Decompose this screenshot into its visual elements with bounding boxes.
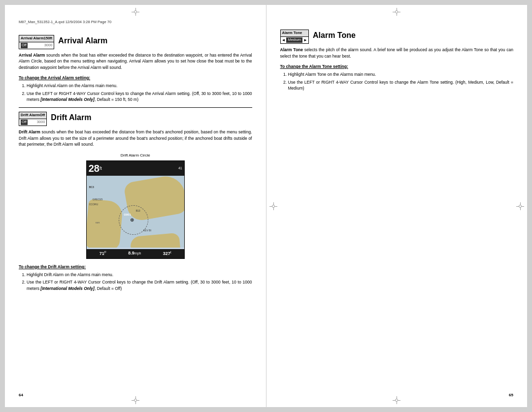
drift-alarm-off-label: Off: [21, 120, 28, 125]
crosshair-bottom-left: [132, 396, 139, 404]
drift-alarm-step-2: Use the LEFT or RIGHT 4-WAY Cursor Contr…: [27, 279, 252, 291]
drift-boat-icon: ⊕: [130, 217, 134, 224]
drift-alarm-instruction-heading: To change the Drift Alarm setting:: [19, 264, 252, 270]
drift-alarm-models-note: [International Models Only]: [40, 286, 95, 291]
drift-alarm-step-1: Highlight Drift Alarm on the Alarms main…: [27, 272, 252, 278]
crosshair-bottom-right: [393, 396, 400, 404]
alarm-tone-widget-bottom: ◄ Medium ►: [281, 37, 309, 44]
drift-alarm-widget-bottom: Off 3000: [19, 119, 46, 126]
alarm-tone-section-header: Alarm Tone ◄ Medium ► Alarm Tone: [280, 30, 514, 44]
alarm-tone-title: Alarm Tone: [313, 31, 356, 39]
alarm-tone-step-1: Highlight Alarm Tone on the Alarms main …: [288, 71, 514, 77]
drift-alarm-title-inline: Drift Alarm: [51, 112, 91, 123]
alarm-tone-steps: Highlight Alarm Tone on the Alarms main …: [288, 71, 514, 91]
arrival-alarm-body: Arrival Alarm sounds when the boat has e…: [19, 52, 252, 71]
arrival-alarm-step-1: Highlight Arrival Alarm on the Alarms ma…: [27, 83, 252, 89]
page-right: Alarm Tone ◄ Medium ► Alarm Tone Alarm T…: [266, 5, 528, 407]
crosshair-top-right: [393, 8, 400, 16]
page-left: M87_Man_531352-1_A.qxd 12/9/2004 3:28 PM…: [5, 5, 266, 407]
crosshair-left-mid: [269, 202, 277, 210]
arrival-alarm-widget-title: Arrival Alarm: [21, 36, 44, 41]
drift-diagram-image: 28 ft 41 BC3 GRECE5 CCOHU B13 rom: [86, 160, 185, 259]
arrival-alarm-bold-label: Arrival Alarm: [19, 53, 45, 58]
drift-diagram-big-num: 28: [89, 161, 100, 176]
alarm-tone-selected-value: Medium: [286, 37, 302, 43]
drift-alarm-body: Drift Alarm sounds when the boat has exc…: [19, 129, 252, 148]
alarm-tone-widget-title: Alarm Tone: [281, 30, 309, 37]
alarm-tone-arrow-left: ◄: [282, 37, 286, 43]
alarm-tone-widget: Alarm Tone ◄ Medium ►: [280, 30, 309, 44]
drift-alarm-bold-label: Drift Alarm: [19, 129, 40, 134]
arrival-alarm-steps: Highlight Arrival Alarm on the Alarms ma…: [27, 83, 252, 102]
drift-alarm-widget-title: Drift Alarm: [21, 113, 39, 118]
arrival-alarm-title: Arrival Alarm: [58, 36, 107, 45]
drift-diagram-top-bar: 28 ft 41: [87, 161, 184, 176]
arrival-alarm-section-header: Arrival Alarm 150ft Off 3000 Arrival Ala…: [19, 35, 252, 49]
page-number-right: 65: [509, 392, 513, 398]
drift-stat-heading: 327t: [163, 250, 171, 257]
crosshair-top-left: [132, 8, 139, 16]
drift-alarm-max-value: 3000: [37, 120, 45, 125]
arrival-alarm-max-value: 3000: [44, 43, 53, 48]
alarm-tone-arrow-right: ►: [303, 37, 307, 43]
arrival-alarm-step-2: Use the LEFT or RIGHT 4-WAY Cursor Contr…: [27, 91, 252, 103]
drift-alarm-title: Drift Alarm: [51, 113, 91, 122]
drift-diagram-bottom-bar: 71F 8.9mph 327t: [87, 249, 184, 258]
drift-alarm-widget: Drift Alarm Off Off 3000: [19, 112, 47, 126]
alarm-tone-title-inline: Alarm Tone: [313, 30, 356, 41]
section-divider-1: [19, 107, 252, 108]
drift-alarm-diagram: Drift Alarm Circle 28 ft 41 BC3: [19, 153, 252, 259]
crosshair-right-mid: [516, 202, 524, 210]
drift-alarm-widget-value: Off: [39, 113, 45, 118]
drift-alarm-widget-top: Drift Alarm Off: [19, 112, 46, 119]
drift-stat-temp: 71F: [100, 250, 106, 257]
drift-diagram-unit: ft: [100, 165, 102, 172]
arrival-alarm-instruction-heading: To change the Arrival Alarm setting:: [19, 75, 252, 81]
drift-diagram-top-right: 41: [178, 166, 182, 171]
alarm-tone-step-2: Use the LEFT or RIGHT 4-WAY Cursor Contr…: [288, 79, 514, 92]
alarm-tone-body: Alarm Tone selects the pitch of the alar…: [280, 47, 514, 60]
arrival-alarm-widget-value: 150ft: [44, 36, 53, 41]
arrival-alarm-off-label: Off: [21, 43, 28, 48]
alarm-tone-bold-label: Alarm Tone: [280, 47, 303, 52]
arrival-alarm-widget-bottom: Off 3000: [19, 42, 54, 49]
page-spread: M87_Man_531352-1_A.qxd 12/9/2004 3:28 PM…: [5, 5, 527, 407]
drift-diagram-label: Drift Alarm Circle: [19, 153, 252, 158]
arrival-alarm-title-inline: Arrival Alarm: [58, 35, 107, 46]
drift-stat-speed: 8.9mph: [128, 250, 141, 257]
drift-alarm-steps: Highlight Drift Alarm on the Alarms main…: [27, 272, 252, 291]
arrival-alarm-models-note: [International Models Only]: [40, 97, 95, 102]
doc-header: M87_Man_531352-1_A.qxd 12/9/2004 3:28 PM…: [19, 20, 252, 26]
alarm-tone-instruction-heading: To change the Alarm Tone setting:: [280, 63, 514, 69]
page-number-left: 64: [19, 392, 23, 398]
arrival-alarm-widget-top: Arrival Alarm 150ft: [19, 35, 54, 42]
arrival-alarm-widget: Arrival Alarm 150ft Off 3000: [19, 35, 54, 49]
drift-alarm-section-header: Drift Alarm Off Off 3000 Drift Alarm: [19, 112, 252, 126]
drift-map-area: BC3 GRECE5 CCOHU B13 rom KEV BI ⊙001 ⊕: [87, 176, 184, 248]
